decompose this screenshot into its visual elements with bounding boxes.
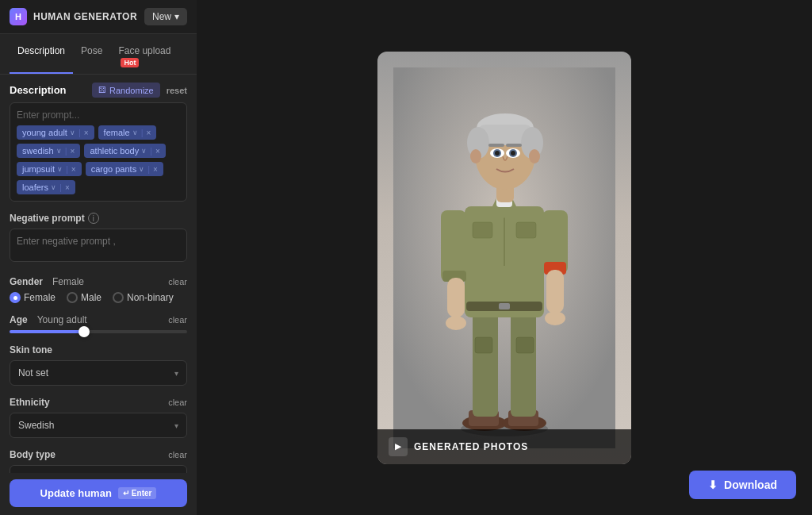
ethnicity-label-row: Ethnicity clear: [10, 397, 187, 408]
chevron-icon: ∨: [141, 147, 147, 155]
radio-dot-female: [10, 292, 21, 303]
svg-point-38: [495, 151, 500, 156]
chevron-icon: ∨: [139, 165, 144, 173]
tab-description[interactable]: Description: [10, 40, 73, 74]
svg-point-31: [529, 149, 540, 163]
svg-rect-21: [546, 270, 564, 313]
negative-prompt-section: Negative prompt i: [10, 213, 187, 265]
svg-rect-41: [499, 303, 510, 309]
left-panel: H HUMAN GENERATOR New ▾ Description Pose…: [0, 0, 197, 515]
close-icon[interactable]: ×: [155, 147, 160, 156]
radio-female[interactable]: Female: [10, 292, 56, 303]
radio-nonbinary[interactable]: Non-binary: [113, 292, 174, 303]
gender-section: Gender Female clear Female Male Non-bina…: [10, 276, 187, 303]
nav-tabs: Description Pose Face upload Hot: [0, 34, 197, 75]
close-icon[interactable]: ×: [65, 183, 70, 192]
body-type-section: Body type clear Athletic ▾: [10, 449, 187, 473]
skin-tone-dropdown[interactable]: Not set ▾: [10, 360, 187, 386]
skin-tone-label: Skin tone: [10, 344, 52, 356]
chevron-down-icon: ▾: [174, 369, 178, 378]
svg-rect-20: [447, 278, 465, 317]
slider-track: [10, 330, 187, 333]
body-type-dropdown[interactable]: Athletic ▾: [10, 465, 187, 473]
body-type-label: Body type: [10, 449, 56, 460]
description-section: Description ⚄ Randomize reset Enter prom…: [10, 83, 187, 202]
app-title: HUMAN GENERATOR: [33, 11, 137, 22]
slider-fill: [10, 330, 84, 333]
tab-face-upload[interactable]: Face upload Hot: [110, 40, 187, 74]
svg-rect-32: [488, 144, 504, 147]
radio-male[interactable]: Male: [67, 292, 102, 303]
tab-pose[interactable]: Pose: [73, 40, 110, 74]
close-icon[interactable]: ×: [71, 147, 75, 156]
skin-tone-section: Skin tone Not set ▾: [10, 344, 187, 386]
new-button[interactable]: New ▾: [144, 8, 187, 25]
gender-label-row: Gender Female clear: [10, 276, 187, 287]
randomize-button[interactable]: ⚄ Randomize: [92, 83, 160, 98]
neg-prompt-label-row: Negative prompt i: [10, 213, 187, 224]
neg-prompt-input[interactable]: [10, 229, 187, 262]
logo-area: H HUMAN GENERATOR: [10, 8, 137, 25]
tag-athletic-body[interactable]: athletic body ∨ | ×: [84, 144, 165, 158]
age-section: Age Young adult clear: [10, 314, 187, 333]
age-slider[interactable]: [10, 330, 187, 333]
skin-tone-value: Not set: [18, 367, 48, 379]
svg-rect-7: [511, 306, 536, 417]
svg-point-23: [545, 311, 565, 325]
close-icon[interactable]: ×: [84, 129, 89, 137]
app-logo-icon: H: [10, 8, 27, 25]
update-human-button[interactable]: Update human ↵ Enter: [10, 479, 187, 507]
hot-badge: Hot: [121, 58, 139, 67]
gender-label: Gender: [10, 276, 43, 287]
age-label: Age: [10, 314, 28, 325]
panel-content: Description ⚄ Randomize reset Enter prom…: [0, 75, 197, 473]
tag-loafers[interactable]: loafers ∨ | ×: [17, 180, 75, 194]
download-icon: ⬇: [708, 478, 718, 491]
ethnicity-clear[interactable]: clear: [168, 398, 187, 407]
chevron-icon: ∨: [56, 147, 62, 155]
radio-dot-nonbinary: [113, 292, 124, 303]
tag-jumpsuit[interactable]: jumpsuit ∨ | ×: [17, 162, 82, 176]
close-icon[interactable]: ×: [146, 129, 151, 137]
age-clear[interactable]: clear: [168, 315, 187, 325]
section-actions: ⚄ Randomize reset: [92, 83, 187, 98]
enter-badge: ↵ Enter: [118, 487, 157, 499]
chevron-down-icon: ▾: [174, 11, 179, 22]
ethnicity-dropdown[interactable]: Swedish ▾: [10, 413, 187, 438]
radio-dot-male: [67, 292, 78, 303]
svg-rect-9: [516, 337, 534, 353]
dice-icon: ⚄: [98, 85, 106, 95]
tag-young-adult[interactable]: young adult ∨ | ×: [17, 125, 94, 140]
person-svg: [393, 67, 615, 448]
person-image: [377, 52, 631, 464]
gender-value: Female: [52, 276, 84, 287]
skin-tone-label-row: Skin tone: [10, 344, 187, 356]
chevron-icon: ∨: [132, 129, 138, 136]
svg-point-39: [511, 151, 515, 156]
tag-swedish[interactable]: swedish ∨ | ×: [17, 144, 80, 158]
right-panel: ▶ GENERATED PHOTOS ⬇ Download: [197, 0, 812, 515]
chevron-icon: ∨: [51, 183, 56, 191]
neg-prompt-label: Negative prompt: [10, 213, 85, 224]
tag-female[interactable]: female ∨ | ×: [98, 125, 157, 140]
close-icon[interactable]: ×: [71, 165, 76, 174]
tag-cargo-pants[interactable]: cargo pants ∨ | ×: [86, 162, 163, 176]
chevron-icon: ∨: [57, 165, 63, 173]
gender-clear[interactable]: clear: [168, 277, 187, 286]
age-value: Young adult: [37, 314, 87, 325]
body-type-clear[interactable]: clear: [168, 450, 187, 459]
download-button[interactable]: ⬇ Download: [689, 471, 796, 499]
play-icon: ▶: [389, 437, 408, 456]
prompt-box[interactable]: Enter prompt... young adult ∨ | × female…: [10, 102, 187, 202]
ethnicity-section: Ethnicity clear Swedish ▾: [10, 397, 187, 438]
ethnicity-value: Swedish: [18, 420, 54, 431]
svg-rect-8: [475, 337, 492, 353]
slider-thumb[interactable]: [79, 326, 90, 337]
generated-photos-label: ▶ GENERATED PHOTOS: [377, 429, 631, 464]
reset-link[interactable]: reset: [167, 86, 187, 95]
svg-point-30: [470, 149, 481, 163]
top-bar: H HUMAN GENERATOR New ▾: [0, 0, 197, 34]
body-type-label-row: Body type clear: [10, 449, 187, 460]
close-icon[interactable]: ×: [153, 165, 158, 174]
prompt-placeholder: Enter prompt...: [17, 110, 180, 121]
